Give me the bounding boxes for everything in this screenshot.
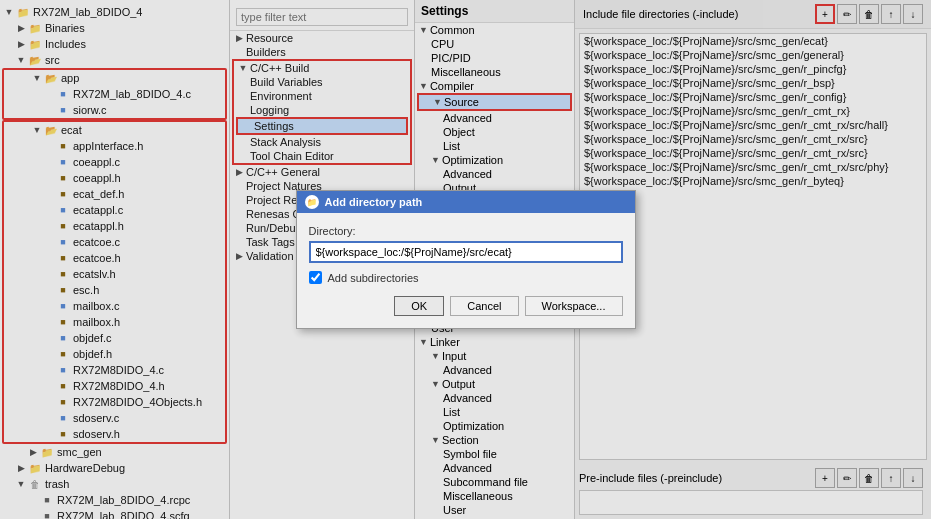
subdirectories-row: Add subdirectories xyxy=(309,271,623,284)
dialog-overlay: 📁 Add directory path Directory: Add subd… xyxy=(0,0,931,519)
dialog-button-group: OK Cancel Workspace... xyxy=(309,296,623,316)
add-subdirectories-checkbox[interactable] xyxy=(309,271,322,284)
dialog-title: Add directory path xyxy=(325,196,423,208)
workspace-button[interactable]: Workspace... xyxy=(525,296,623,316)
directory-input[interactable] xyxy=(309,241,623,263)
dialog-folder-icon: 📁 xyxy=(305,195,319,209)
ok-button[interactable]: OK xyxy=(394,296,444,316)
directory-field-label: Directory: xyxy=(309,225,623,237)
dialog-body: Directory: Add subdirectories OK Cancel … xyxy=(297,213,635,328)
add-directory-dialog: 📁 Add directory path Directory: Add subd… xyxy=(296,190,636,329)
dialog-titlebar: 📁 Add directory path xyxy=(297,191,635,213)
cancel-button[interactable]: Cancel xyxy=(450,296,518,316)
subdirectories-label: Add subdirectories xyxy=(328,272,419,284)
